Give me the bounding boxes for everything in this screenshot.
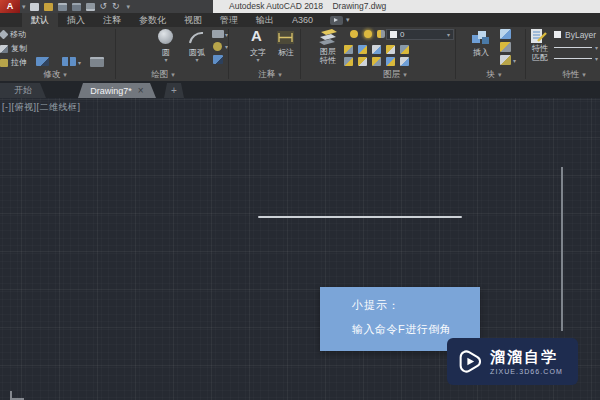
chevron-down-icon[interactable]: ▾ bbox=[513, 57, 516, 64]
panel-label-text: 图层 bbox=[383, 69, 400, 81]
panel-label-layers[interactable]: 图层 ▾ bbox=[368, 69, 422, 81]
text-tool-icon[interactable]: A bbox=[251, 28, 262, 44]
media-icon bbox=[330, 16, 343, 25]
panel-separator bbox=[300, 29, 301, 79]
panel-label-text: 修改 bbox=[43, 69, 60, 81]
save-as-icon[interactable] bbox=[72, 3, 81, 11]
modify-tool-copy[interactable]: 复制 bbox=[0, 43, 27, 54]
linetype-dropdown[interactable]: ▾ bbox=[554, 43, 598, 52]
ellipse-tool-icon[interactable] bbox=[213, 42, 222, 51]
layer-dropdown[interactable]: 0 ▾ bbox=[386, 29, 454, 40]
ribbon-tab-manage[interactable]: 管理 bbox=[211, 13, 247, 27]
chevron-down-icon[interactable]: ▾ bbox=[22, 0, 26, 13]
undo-icon[interactable]: ↺ bbox=[100, 2, 108, 11]
ribbon-tab-home[interactable]: 默认 bbox=[22, 13, 58, 27]
rectangle-tool-icon[interactable] bbox=[212, 30, 224, 38]
file-tab-drawing7[interactable]: Drawing7* × bbox=[78, 83, 156, 98]
window-title: Autodesk AutoCAD 2018 Drawing7.dwg bbox=[213, 0, 600, 13]
selection-tool-icon[interactable] bbox=[62, 57, 76, 66]
panel-label-modify[interactable]: 修改 ▾ bbox=[28, 69, 82, 81]
file-tab-label: 开始 bbox=[14, 84, 32, 97]
new-drawing-tab-button[interactable]: + bbox=[164, 83, 184, 98]
viewport-controls[interactable]: [-][俯视][二维线框] bbox=[2, 101, 81, 114]
insert-block-label[interactable]: 插入 bbox=[468, 47, 494, 58]
chevron-down-icon: ▾ bbox=[63, 71, 67, 79]
layer-properties-label-2[interactable]: 特性 bbox=[316, 55, 340, 66]
match-properties-icon[interactable] bbox=[531, 29, 548, 43]
modify-tool-stretch[interactable]: 拉伸 bbox=[0, 57, 27, 68]
layer-tool-icon[interactable] bbox=[386, 57, 395, 66]
current-layer-value: 0 bbox=[400, 30, 444, 39]
circle-tool-icon[interactable] bbox=[158, 29, 173, 44]
ribbon-tab-annotate[interactable]: 注释 bbox=[94, 13, 130, 27]
layer-tool-icon[interactable] bbox=[372, 57, 381, 66]
layer-tool-icon[interactable] bbox=[344, 57, 353, 66]
chevron-down-icon[interactable]: ▾ bbox=[162, 56, 170, 63]
hatch-tool-icon[interactable] bbox=[213, 55, 223, 64]
erase-tool-icon[interactable] bbox=[90, 57, 104, 67]
block-attributes-icon[interactable] bbox=[500, 55, 511, 65]
chevron-down-icon[interactable]: ▾ bbox=[193, 56, 201, 63]
layer-freeze-icon[interactable] bbox=[377, 30, 385, 38]
line-entity-vertical[interactable] bbox=[561, 167, 563, 331]
new-file-icon[interactable] bbox=[30, 3, 39, 11]
modify-tool-move[interactable]: 移动 bbox=[0, 29, 26, 40]
create-block-icon[interactable] bbox=[500, 29, 511, 39]
chevron-down-icon[interactable]: ▾ bbox=[254, 56, 262, 63]
chevron-down-icon: ▾ bbox=[403, 71, 407, 79]
open-file-icon[interactable] bbox=[44, 3, 53, 11]
chevron-down-icon[interactable]: ▾ bbox=[78, 59, 81, 66]
drawing-canvas[interactable]: [-][俯视][二维线框] 小提示： 输入命令F进行倒角 溜溜自学 ZIXUE.… bbox=[0, 98, 600, 400]
object-color-dropdown[interactable]: ByLayer bbox=[554, 29, 600, 40]
layer-thaw-sun-icon[interactable] bbox=[364, 30, 372, 38]
line-entity-horizontal[interactable] bbox=[258, 216, 462, 218]
lineweight-dropdown[interactable]: ▾ bbox=[554, 54, 598, 63]
layer-tool-icon[interactable] bbox=[358, 57, 367, 66]
layer-tool-icon[interactable] bbox=[344, 45, 353, 54]
layer-tool-icon[interactable] bbox=[400, 45, 409, 54]
panel-label-block[interactable]: 块 ▾ bbox=[472, 69, 516, 81]
ribbon-tab-a360[interactable]: A360 bbox=[283, 13, 322, 27]
layer-on-bulb-icon[interactable] bbox=[350, 30, 358, 38]
close-icon[interactable]: × bbox=[138, 86, 144, 96]
watermark-site: ZIXUE.3D66.COM bbox=[490, 368, 563, 375]
ribbon-tab-view[interactable]: 视图 bbox=[175, 13, 211, 27]
tool-label: 移动 bbox=[10, 29, 26, 40]
insert-block-icon[interactable] bbox=[470, 29, 492, 45]
dimension-tool-icon[interactable] bbox=[277, 31, 294, 44]
array-tool-icon[interactable] bbox=[36, 57, 49, 66]
layer-properties-icon[interactable] bbox=[316, 28, 340, 45]
title-bar-left: A ▾ ↺ ↻ ▾ bbox=[0, 0, 213, 13]
stretch-icon bbox=[0, 59, 8, 67]
file-tab-label: Drawing7* bbox=[90, 86, 132, 96]
edit-block-icon[interactable] bbox=[500, 42, 511, 52]
ribbon-tab-parametric[interactable]: 参数化 bbox=[130, 13, 175, 27]
panel-label-draw[interactable]: 绘图 ▾ bbox=[136, 69, 190, 81]
redo-icon[interactable]: ↻ bbox=[112, 2, 120, 11]
ribbon-tab-insert[interactable]: 插入 bbox=[58, 13, 94, 27]
panel-separator bbox=[228, 29, 229, 79]
panel-label-annotate[interactable]: 注释 ▾ bbox=[242, 69, 298, 81]
watermark-text: 溜溜自学 ZIXUE.3D66.COM bbox=[490, 349, 563, 375]
panel-label-properties[interactable]: 特性 ▾ bbox=[548, 69, 600, 81]
quick-access-toolbar: ↺ ↻ ▾ bbox=[30, 2, 131, 11]
layer-tool-icon[interactable] bbox=[358, 45, 367, 54]
arc-tool-icon[interactable] bbox=[188, 30, 205, 45]
panel-label-text: 特性 bbox=[562, 69, 579, 81]
ribbon-tab-output[interactable]: 输出 bbox=[247, 13, 283, 27]
tool-label: 复制 bbox=[11, 43, 27, 54]
layer-tool-icon[interactable] bbox=[372, 45, 381, 54]
match-properties-label-1[interactable]: 特性 bbox=[529, 45, 551, 53]
chevron-down-icon[interactable]: ▾ bbox=[127, 3, 131, 11]
file-tab-start[interactable]: 开始 bbox=[0, 83, 46, 98]
dimension-tool-label[interactable]: 标注 bbox=[274, 47, 298, 58]
match-properties-label-2[interactable]: 匹配 bbox=[529, 54, 551, 62]
layer-tool-icon[interactable] bbox=[400, 57, 409, 66]
watermark-brand: 溜溜自学 bbox=[490, 349, 563, 365]
layer-tool-icon[interactable] bbox=[386, 45, 395, 54]
plot-icon[interactable] bbox=[86, 3, 95, 11]
save-icon[interactable] bbox=[58, 3, 67, 11]
media-dropdown-button[interactable]: ▾ bbox=[330, 13, 350, 27]
panel-separator bbox=[115, 29, 116, 79]
autocad-app-menu-button[interactable]: A bbox=[0, 0, 20, 13]
